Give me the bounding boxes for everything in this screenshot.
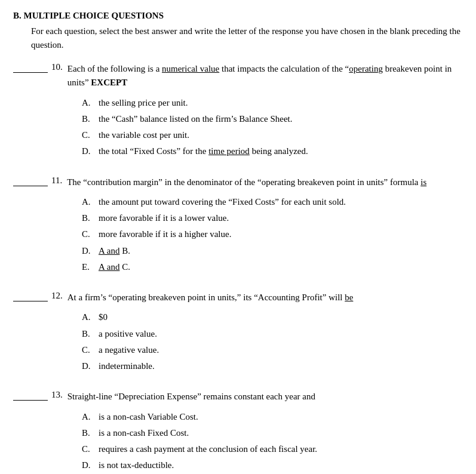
- instructions: For each question, select the best answe…: [31, 24, 463, 51]
- blank-12[interactable]: [13, 291, 48, 301]
- blank-11[interactable]: [13, 176, 48, 186]
- answer-text: a positive value.: [99, 327, 463, 341]
- answers-10: A. the selling price per unit. B. the “C…: [82, 96, 463, 159]
- answer-text: indeterminable.: [99, 359, 463, 373]
- answer-letter: E.: [82, 260, 99, 274]
- answer-13-B: B. is a non-cash Fixed Cost.: [82, 426, 463, 440]
- answer-letter: D.: [82, 144, 99, 158]
- answer-11-C: C. more favorable if it is a higher valu…: [82, 227, 463, 241]
- answer-text: the total “Fixed Costs” for the time per…: [99, 144, 463, 158]
- answer-letter: B.: [82, 211, 99, 225]
- q-number-11: 11.: [51, 176, 62, 186]
- answer-text: more favorable if it is a lower value.: [99, 211, 463, 225]
- answer-text: is a non-cash Variable Cost.: [99, 410, 463, 424]
- answer-text: the amount put toward covering the “Fixe…: [99, 195, 463, 209]
- answer-text: A and C.: [99, 260, 463, 274]
- answer-letter: C.: [82, 227, 99, 241]
- blank-10[interactable]: [13, 62, 48, 73]
- answers-13: A. is a non-cash Variable Cost. B. is a …: [82, 410, 463, 473]
- answer-12-C: C. a negative value.: [82, 343, 463, 357]
- answer-letter: B.: [82, 426, 99, 440]
- answer-13-A: A. is a non-cash Variable Cost.: [82, 410, 463, 424]
- answer-letter: D.: [82, 359, 99, 373]
- answer-10-D: D. the total “Fixed Costs” for the time …: [82, 144, 463, 158]
- answer-text: is a non-cash Fixed Cost.: [99, 426, 463, 440]
- section-header: B. MULTIPLE CHOICE QUESTIONS: [13, 11, 463, 21]
- answer-10-B: B. the “Cash” balance listed on the firm…: [82, 112, 463, 126]
- answer-text: the variable cost per unit.: [99, 128, 463, 142]
- q-number-10: 10.: [51, 62, 63, 72]
- answer-text: more favorable if it is a higher value.: [99, 227, 463, 241]
- answer-10-A: A. the selling price per unit.: [82, 96, 463, 110]
- answer-letter: A.: [82, 310, 99, 324]
- q-text-12: At a firm’s “operating breakeven point i…: [67, 291, 463, 304]
- answer-13-D: D. is not tax-deductible.: [82, 458, 463, 472]
- answer-letter: D.: [82, 458, 99, 472]
- answer-letter: B.: [82, 112, 99, 126]
- answer-letter: C.: [82, 442, 99, 456]
- answer-11-A: A. the amount put toward covering the “F…: [82, 195, 463, 209]
- answer-letter: A.: [82, 96, 99, 110]
- answer-letter: A.: [82, 410, 99, 424]
- question-block-11: 11. The “contribution margin” in the den…: [13, 176, 463, 275]
- q-number-13: 13.: [51, 390, 63, 400]
- answer-text: the selling price per unit.: [99, 96, 463, 110]
- question-block-12: 12. At a firm’s “operating breakeven poi…: [13, 291, 463, 373]
- answer-letter: C.: [82, 128, 99, 142]
- answer-11-E: E. A and C.: [82, 260, 463, 274]
- answer-letter: D.: [82, 244, 99, 258]
- answer-12-B: B. a positive value.: [82, 327, 463, 341]
- question-block-10: 10. Each of the following is a numerical…: [13, 62, 463, 159]
- answer-text: requires a cash payment at the conclusio…: [99, 442, 463, 456]
- answer-text: $0: [99, 310, 463, 324]
- answer-text: is not tax-deductible.: [99, 458, 463, 472]
- q-text-13: Straight-line “Depreciation Expense” rem…: [67, 390, 463, 404]
- q-text-11: The “contribution margin” in the denomin…: [67, 176, 463, 189]
- answer-13-C: C. requires a cash payment at the conclu…: [82, 442, 463, 456]
- answer-letter: A.: [82, 195, 99, 209]
- q-text-10: Each of the following is a numerical val…: [67, 62, 463, 90]
- answer-letter: B.: [82, 327, 99, 341]
- question-block-13: 13. Straight-line “Depreciation Expense”…: [13, 390, 463, 472]
- answer-text: the “Cash” balance listed on the firm’s …: [99, 112, 463, 126]
- answer-11-D: D. A and B.: [82, 244, 463, 258]
- answer-text: A and B.: [99, 244, 463, 258]
- answer-10-C: C. the variable cost per unit.: [82, 128, 463, 142]
- blank-13[interactable]: [13, 390, 48, 401]
- answer-12-A: A. $0: [82, 310, 463, 324]
- answers-12: A. $0 B. a positive value. C. a negative…: [82, 310, 463, 373]
- answer-letter: C.: [82, 343, 99, 357]
- answer-11-B: B. more favorable if it is a lower value…: [82, 211, 463, 225]
- answer-text: a negative value.: [99, 343, 463, 357]
- q-number-12: 12.: [51, 291, 63, 301]
- answer-12-D: D. indeterminable.: [82, 359, 463, 373]
- answers-11: A. the amount put toward covering the “F…: [82, 195, 463, 274]
